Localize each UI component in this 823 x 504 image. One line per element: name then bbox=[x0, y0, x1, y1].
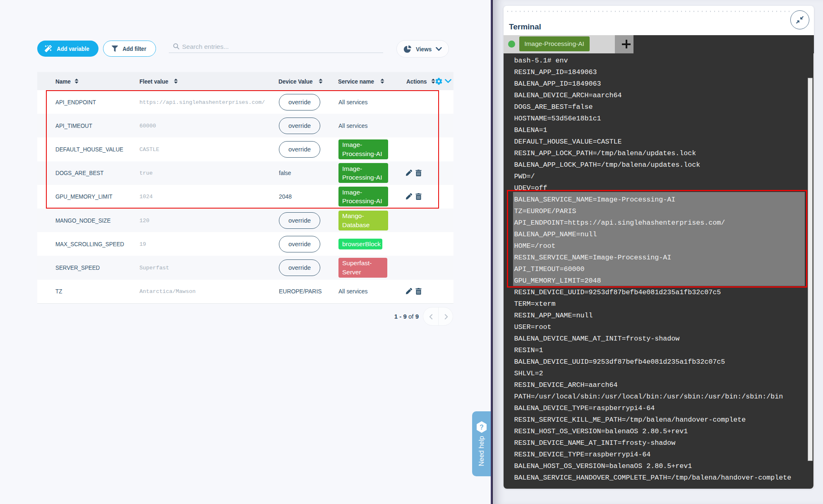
svg-text:?: ? bbox=[480, 424, 484, 431]
